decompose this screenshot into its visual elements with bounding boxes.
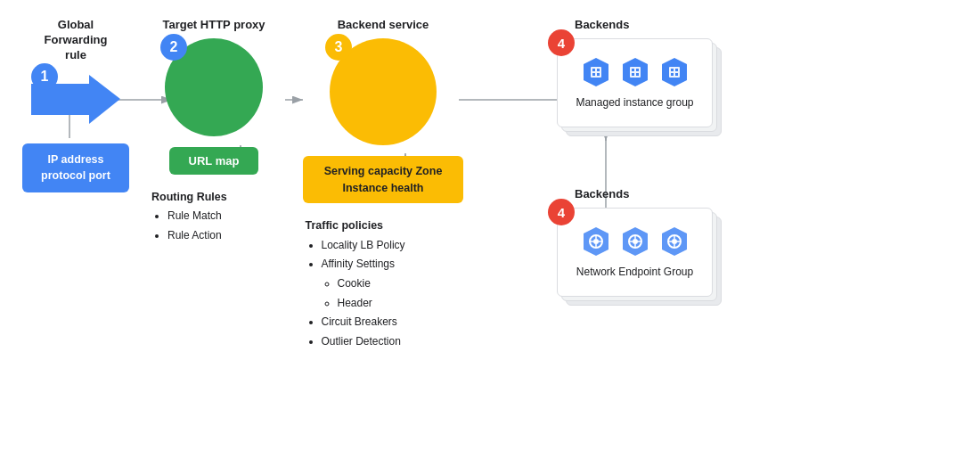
routing-rules-list: Rule Match Rule Action <box>151 207 276 245</box>
affinity-header: Header <box>338 294 461 314</box>
svg-rect-12 <box>591 67 601 78</box>
svg-rect-28 <box>675 73 678 76</box>
instance-icon-2 <box>619 56 651 88</box>
svg-rect-14 <box>597 69 600 71</box>
traffic-policy-1: Locality LB Policy <box>322 236 461 256</box>
svg-rect-22 <box>636 73 639 76</box>
serving-capacity-box: Serving capacity Zone Instance health <box>303 156 463 204</box>
routing-rules-title: Routing Rules <box>151 187 276 208</box>
col2-title: Target HTTP proxy <box>162 18 265 33</box>
svg-rect-21 <box>632 73 634 76</box>
badge-2: 2 <box>160 34 187 61</box>
backend-group-1: Backends 4 <box>557 18 762 141</box>
diagram-container: Global Forwarding rule 1 IP address prot… <box>0 0 980 450</box>
svg-point-38 <box>633 239 638 244</box>
card-front-2: Network Endpoint Group <box>557 208 713 297</box>
routing-rules: Routing Rules Rule Match Rule Action <box>151 187 276 246</box>
badge-3: 3 <box>325 34 352 61</box>
traffic-policy-4: Outlier Detection <box>322 332 461 352</box>
traffic-policies: Traffic policies Locality LB Policy Affi… <box>306 216 461 351</box>
backend-service-circle: 3 <box>330 38 437 145</box>
ip-address-box: IP address protocol port <box>22 143 129 193</box>
backend-group-2: Backends 4 <box>557 187 762 310</box>
svg-rect-19 <box>632 69 634 71</box>
neg-icons <box>580 225 690 258</box>
backends-title-1: Backends <box>557 18 762 31</box>
svg-point-31 <box>593 239 599 244</box>
target-proxy-circle: 2 <box>165 38 263 136</box>
neg-label: Network Endpoint Group <box>576 265 693 280</box>
svg-rect-16 <box>597 73 600 76</box>
card-front-1: Managed instance group <box>557 38 713 127</box>
traffic-policy-3: Circuit Breakers <box>322 313 461 332</box>
svg-rect-20 <box>636 69 639 71</box>
badge-1: 1 <box>31 63 58 90</box>
neg-icon-2 <box>619 225 651 258</box>
svg-rect-18 <box>630 67 641 78</box>
badge-4-2: 4 <box>548 199 575 225</box>
affinity-sub-list: Cookie Header <box>322 274 461 313</box>
col-backend-service: Backend service 3 Serving capacity Zone … <box>303 18 463 351</box>
traffic-policy-2: Affinity Settings Cookie Header <box>322 255 461 313</box>
managed-instance-label: Managed instance group <box>576 95 693 110</box>
traffic-policies-list: Locality LB Policy Affinity Settings Coo… <box>306 236 461 352</box>
svg-rect-25 <box>671 69 674 71</box>
svg-point-45 <box>672 239 677 244</box>
traffic-policies-title: Traffic policies <box>306 216 461 236</box>
badge-4-1: 4 <box>548 29 575 56</box>
serving-capacity-label: Serving capacity Zone Instance health <box>303 156 463 204</box>
col-backends: Backends 4 <box>557 18 762 310</box>
instance-icon-1 <box>580 56 612 88</box>
col-target-proxy: Target HTTP proxy 2 URL map Routing Rule… <box>143 18 285 246</box>
routing-rule-1: Rule Match <box>167 207 276 226</box>
affinity-cookie: Cookie <box>338 274 461 294</box>
neg-icon-3 <box>658 225 690 258</box>
forwarding-rule-arrow: 1 <box>31 70 120 133</box>
svg-rect-15 <box>592 73 595 76</box>
col-forwarding-rule: Global Forwarding rule 1 IP address prot… <box>22 18 129 192</box>
url-map-box: URL map <box>169 147 259 175</box>
instance-icon-3 <box>658 56 690 88</box>
svg-rect-27 <box>671 73 674 76</box>
ip-address-label: IP address protocol port <box>22 143 129 193</box>
instance-group-icons <box>580 56 690 88</box>
card-stack-2: 4 <box>557 208 735 310</box>
routing-rule-2: Rule Action <box>167 226 276 246</box>
url-map-label: URL map <box>169 147 259 175</box>
col1-title: Global Forwarding rule <box>45 18 108 63</box>
svg-rect-24 <box>669 67 680 78</box>
card-stack-1: 4 <box>557 38 735 141</box>
backends-title-2: Backends <box>557 187 762 200</box>
svg-rect-26 <box>675 69 678 71</box>
neg-icon-1 <box>580 225 612 258</box>
col3-title: Backend service <box>338 18 429 33</box>
svg-rect-13 <box>592 69 595 71</box>
